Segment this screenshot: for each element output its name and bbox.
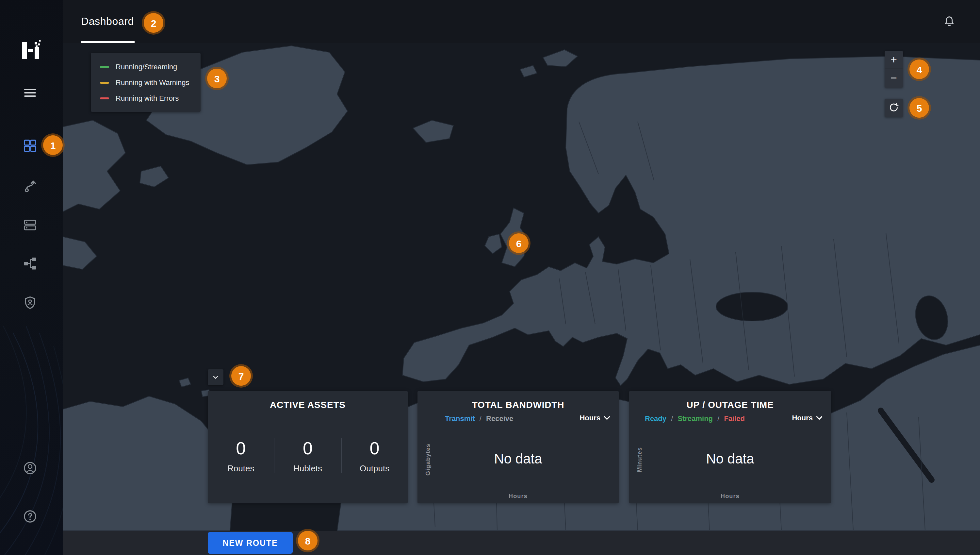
zoom-out-button[interactable]: −	[885, 69, 903, 88]
annotation-badge-5: 5	[910, 98, 929, 118]
green-line-icon	[100, 66, 109, 67]
annotation-badge-4: 4	[910, 59, 929, 79]
topbar: Dashboard	[63, 0, 980, 43]
separator: /	[717, 414, 719, 422]
tab-dashboard[interactable]: Dashboard	[81, 0, 134, 43]
tab-active-underline	[81, 41, 134, 43]
annotation-badge-8: 8	[298, 531, 318, 550]
zoom-controls: + −	[885, 51, 903, 88]
chevron-down-icon	[211, 373, 220, 382]
series-labels: Ready / Streaming / Failed	[645, 414, 745, 422]
uptime-range-selector[interactable]: Hours	[792, 414, 823, 422]
zoom-in-button[interactable]: +	[885, 51, 903, 69]
legend-item-running-errors: Running with Errors	[91, 90, 201, 106]
sidebar-item-hublets[interactable]	[22, 217, 38, 233]
stat-value: 0	[275, 438, 341, 458]
assets-stats-row: 0 Routes 0 Hublets 0 Outputs	[208, 438, 408, 473]
card-title: UP / OUTAGE TIME	[629, 399, 831, 410]
sidebar	[0, 0, 63, 555]
sidebar-item-dashboard[interactable]	[22, 138, 38, 154]
refresh-icon	[888, 102, 900, 114]
panels-collapse-button[interactable]	[208, 369, 224, 385]
help-icon	[22, 508, 38, 524]
red-line-icon	[100, 97, 109, 99]
server-icon	[22, 217, 38, 233]
app-window: Dashboard	[0, 0, 980, 555]
bandwidth-range-selector[interactable]: Hours	[580, 414, 610, 422]
stat-value: 0	[341, 438, 408, 458]
notifications-button[interactable]	[942, 14, 956, 29]
range-value: Hours	[792, 414, 813, 422]
sidebar-item-account[interactable]	[22, 460, 38, 476]
uptime-x-axis-label: Hours	[629, 493, 831, 499]
annotation-badge-7: 7	[231, 366, 251, 386]
account-circle-icon	[22, 460, 38, 476]
bell-icon	[942, 14, 956, 29]
sidebar-item-network[interactable]	[22, 256, 38, 271]
series-ready-label: Ready	[645, 414, 667, 422]
legend-label: Running with Errors	[116, 94, 179, 102]
chevron-down-icon	[604, 415, 610, 420]
stat-hublets: 0 Hublets	[275, 438, 341, 473]
bandwidth-x-axis-label: Hours	[417, 493, 619, 499]
shield-user-icon	[22, 295, 38, 311]
separator: /	[480, 414, 481, 422]
map-status-legend: Running/Streaming Running with Warnings …	[91, 53, 201, 112]
map-refresh-button[interactable]	[885, 99, 903, 117]
series-receive-label: Receive	[486, 414, 513, 422]
annotation-badge-6: 6	[509, 233, 529, 253]
stat-label: Hublets	[275, 463, 341, 473]
annotation-badge-3: 3	[207, 69, 227, 88]
chevron-down-icon	[816, 415, 823, 420]
legend-item-running-warnings: Running with Warnings	[91, 75, 201, 90]
card-title: TOTAL BANDWIDTH	[417, 399, 619, 410]
world-map[interactable]: Running/Streaming Running with Warnings …	[63, 43, 980, 531]
sidebar-item-help[interactable]	[22, 508, 38, 524]
legend-label: Running with Warnings	[116, 79, 189, 86]
bandwidth-empty-state: No data	[417, 451, 619, 467]
active-assets-card: ACTIVE ASSETS 0 Routes 0 Hublets 0 Outpu…	[208, 391, 408, 504]
uptime-series-row: Ready / Streaming / Failed Hours	[629, 414, 831, 425]
legend-item-running-streaming: Running/Streaming	[91, 59, 201, 75]
stat-label: Outputs	[341, 463, 408, 473]
new-route-button[interactable]: NEW ROUTE	[208, 532, 293, 554]
stat-value: 0	[208, 438, 274, 458]
series-labels: Transmit / Receive	[445, 414, 513, 422]
annotation-badge-2: 2	[144, 13, 163, 33]
logo-h-icon	[19, 39, 42, 61]
network-tree-icon	[22, 256, 38, 271]
sidebar-decor-waves	[0, 189, 63, 555]
dashboard-grid-icon	[22, 138, 38, 154]
stat-label: Routes	[208, 463, 274, 473]
hamburger-icon	[22, 85, 38, 101]
bottom-action-bar: NEW ROUTE	[63, 531, 980, 555]
total-bandwidth-card: TOTAL BANDWIDTH Transmit / Receive Hours…	[417, 391, 619, 504]
series-streaming-label: Streaming	[678, 414, 713, 422]
menu-toggle-button[interactable]	[22, 85, 38, 101]
up-outage-time-card: UP / OUTAGE TIME Ready / Streaming / Fai…	[629, 391, 831, 504]
separator: /	[671, 414, 673, 422]
route-icon	[22, 178, 38, 194]
sidebar-item-routes[interactable]	[22, 178, 38, 194]
annotation-badge-1: 1	[43, 135, 63, 155]
stat-outputs: 0 Outputs	[341, 438, 408, 473]
stat-routes: 0 Routes	[208, 438, 274, 473]
legend-label: Running/Streaming	[116, 63, 177, 71]
uptime-empty-state: No data	[629, 451, 831, 467]
sidebar-item-admin[interactable]	[22, 295, 38, 311]
bandwidth-series-row: Transmit / Receive Hours	[417, 414, 619, 425]
app-logo[interactable]	[19, 39, 42, 61]
series-transmit-label: Transmit	[445, 414, 475, 422]
yellow-line-icon	[100, 82, 109, 83]
card-title: ACTIVE ASSETS	[208, 399, 408, 410]
range-value: Hours	[580, 414, 600, 422]
series-failed-label: Failed	[724, 414, 745, 422]
